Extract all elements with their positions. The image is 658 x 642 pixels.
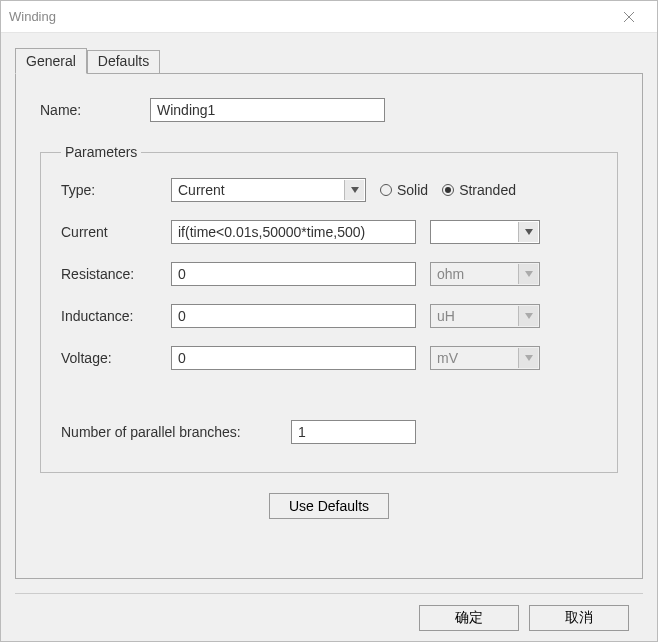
type-combo[interactable]: Current: [171, 178, 366, 202]
tab-general[interactable]: General: [15, 48, 87, 74]
resistance-row: Resistance: ohm: [61, 262, 597, 286]
name-input[interactable]: [150, 98, 385, 122]
voltage-unit-value: mV: [437, 350, 458, 366]
current-input[interactable]: [171, 220, 416, 244]
type-row: Type: Current Solid Stranded: [61, 178, 597, 202]
voltage-label: Voltage:: [61, 350, 171, 366]
tab-label: General: [26, 53, 76, 69]
branches-row: Number of parallel branches:: [61, 420, 597, 444]
chevron-down-icon: [344, 180, 364, 200]
cancel-button[interactable]: 取消: [529, 605, 629, 631]
current-row: Current: [61, 220, 597, 244]
inductance-input: [171, 304, 416, 328]
tab-label: Defaults: [98, 53, 149, 69]
svg-marker-5: [525, 313, 533, 319]
winding-dialog: Winding General Defaults Name: Parameter…: [0, 0, 658, 642]
branches-input[interactable]: [291, 420, 416, 444]
use-defaults-label: Use Defaults: [289, 498, 369, 514]
name-row: Name:: [40, 98, 618, 122]
voltage-input: [171, 346, 416, 370]
titlebar: Winding: [1, 1, 657, 33]
type-label: Type:: [61, 182, 171, 198]
dialog-footer: 确定 取消: [15, 593, 643, 641]
chevron-down-icon: [518, 348, 538, 368]
current-label: Current: [61, 224, 171, 240]
inductance-label: Inductance:: [61, 308, 171, 324]
radio-solid-label: Solid: [397, 182, 428, 198]
name-label: Name:: [40, 102, 150, 118]
radio-icon: [380, 184, 392, 196]
chevron-down-icon: [518, 222, 538, 242]
use-defaults-button[interactable]: Use Defaults: [269, 493, 389, 519]
radio-stranded[interactable]: Stranded: [442, 182, 516, 198]
close-icon: [624, 12, 634, 22]
radio-icon: [442, 184, 454, 196]
ok-label: 确定: [455, 609, 483, 625]
tab-general-page: Name: Parameters Type: Current: [15, 73, 643, 579]
parameters-group: Parameters Type: Current Solid: [40, 144, 618, 473]
chevron-down-icon: [518, 306, 538, 326]
tab-defaults[interactable]: Defaults: [87, 50, 160, 73]
inductance-unit-value: uH: [437, 308, 455, 324]
voltage-row: Voltage: mV: [61, 346, 597, 370]
parameters-legend: Parameters: [61, 144, 141, 160]
inductance-row: Inductance: uH: [61, 304, 597, 328]
ok-button[interactable]: 确定: [419, 605, 519, 631]
resistance-input: [171, 262, 416, 286]
window-title: Winding: [9, 9, 609, 24]
resistance-unit-combo: ohm: [430, 262, 540, 286]
type-combo-value: Current: [178, 182, 225, 198]
close-button[interactable]: [609, 1, 649, 32]
resistance-unit-value: ohm: [437, 266, 464, 282]
voltage-unit-combo: mV: [430, 346, 540, 370]
tabstrip: General Defaults: [15, 47, 643, 73]
current-unit-combo[interactable]: [430, 220, 540, 244]
chevron-down-icon: [518, 264, 538, 284]
branches-label: Number of parallel branches:: [61, 424, 291, 440]
svg-marker-6: [525, 355, 533, 361]
svg-marker-3: [525, 229, 533, 235]
defaults-row: Use Defaults: [40, 493, 618, 519]
resistance-label: Resistance:: [61, 266, 171, 282]
client-area: General Defaults Name: Parameters Type: …: [1, 33, 657, 641]
cancel-label: 取消: [565, 609, 593, 625]
svg-marker-2: [351, 187, 359, 193]
radio-stranded-label: Stranded: [459, 182, 516, 198]
svg-marker-4: [525, 271, 533, 277]
radio-solid[interactable]: Solid: [380, 182, 428, 198]
inductance-unit-combo: uH: [430, 304, 540, 328]
